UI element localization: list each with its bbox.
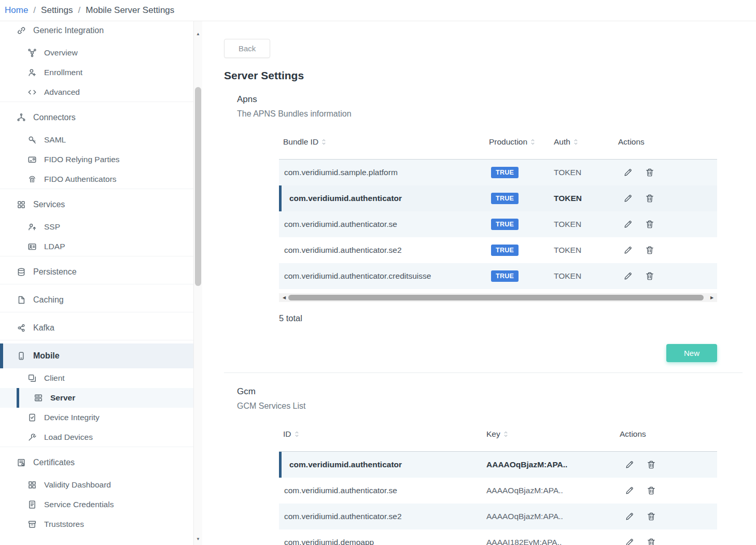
sidebar-item-connectors[interactable]: Connectors (0, 105, 193, 130)
delete-icon[interactable] (645, 194, 654, 203)
auth-cell: TOKEN (550, 220, 613, 229)
apns-table-row[interactable]: com.veridiumid.authenticator TRUE TOKEN (279, 185, 717, 211)
actions-cell (614, 538, 717, 545)
edit-icon[interactable] (623, 271, 633, 281)
column-header-production[interactable]: Production (485, 137, 550, 147)
key-icon (27, 135, 37, 145)
auth-cell: TOKEN (550, 271, 613, 281)
sidebar-item-kafka[interactable]: Kafka (0, 315, 193, 340)
scroll-up-icon[interactable]: ▲ (194, 30, 202, 38)
sidebar-item-label: FIDO Relying Parties (44, 155, 120, 164)
column-header-key[interactable]: Key (482, 429, 614, 439)
edit-icon[interactable] (625, 460, 634, 469)
breadcrumb-home-link[interactable]: Home (5, 5, 28, 16)
apns-horizontal-scrollbar-thumb[interactable] (288, 295, 704, 300)
document-icon (16, 295, 26, 305)
sidebar-item-generic-integration[interactable]: Generic Integration (0, 21, 193, 43)
edit-icon[interactable] (625, 486, 634, 495)
edit-icon[interactable] (623, 246, 633, 255)
sidebar-item-fido-relying-parties[interactable]: FIDO Relying Parties (0, 150, 193, 169)
column-header-id[interactable]: ID (279, 429, 482, 439)
sidebar-item-label: Service Credentials (44, 500, 114, 509)
sidebar-item-label: LDAP (44, 242, 65, 251)
edit-icon[interactable] (623, 194, 633, 203)
column-header-bundle-id[interactable]: Bundle ID (279, 137, 485, 147)
breadcrumb-current-page: Mobile Server Settings (86, 5, 174, 16)
auth-cell: TOKEN (550, 246, 613, 255)
delete-icon[interactable] (645, 246, 654, 255)
edit-icon[interactable] (623, 220, 633, 229)
sidebar-item-label: SSP (44, 222, 60, 232)
breadcrumb: Home / Settings / Mobile Server Settings (0, 0, 756, 21)
delete-icon[interactable] (647, 512, 656, 521)
sidebar-item-truststores[interactable]: Truststores (0, 514, 193, 534)
apns-table-row[interactable]: com.veridiumid.sample.platform TRUE TOKE… (279, 160, 717, 185)
layout: Generic Integration Overview Enrollment (0, 21, 756, 545)
wrench-icon (27, 432, 37, 442)
sidebar-item-load-devices[interactable]: Load Devices (0, 427, 193, 447)
sort-icon[interactable] (321, 138, 326, 146)
sort-icon[interactable] (530, 138, 535, 146)
apns-table-row[interactable]: com.veridiumid.authenticator.se2 TRUE TO… (279, 237, 717, 263)
delete-icon[interactable] (645, 220, 654, 229)
sidebar-item-ssp[interactable]: SSP (0, 217, 193, 237)
delete-icon[interactable] (645, 168, 654, 177)
connectors-icon (16, 112, 26, 123)
sidebar-item-certificates[interactable]: Certificates (0, 450, 193, 475)
sidebar-item-caching[interactable]: Caching (0, 288, 193, 312)
edit-icon[interactable] (625, 538, 634, 545)
sidebar-item-advanced[interactable]: Advanced (0, 82, 193, 102)
bundle-id-cell: com.veridiumid.sample.platform (279, 168, 485, 177)
sidebar-item-enrollment[interactable]: Enrollment (0, 63, 193, 82)
gcm-table-row[interactable]: com.veridiumid.authenticator.se AAAAOqBj… (279, 478, 717, 504)
sidebar-item-label: FIDO Authenticators (44, 175, 117, 184)
sidebar-item-label: Client (44, 374, 65, 383)
sidebar-item-server[interactable]: Server (0, 388, 193, 408)
apns-table: Bundle ID Production Auth Actions (279, 126, 717, 302)
sidebar-item-label: Caching (33, 295, 64, 305)
delete-icon[interactable] (647, 486, 656, 495)
sort-icon[interactable] (503, 431, 508, 438)
sidebar-item-validity-dashboard[interactable]: Validity Dashboard (0, 475, 193, 495)
sidebar-item-overview[interactable]: Overview (0, 43, 193, 63)
breadcrumb-settings-link[interactable]: Settings (41, 5, 73, 16)
gcm-table-row[interactable]: com.veridiumid.authenticator.se2 AAAAOqB… (279, 504, 717, 529)
sidebar-scrollbar[interactable]: ▲ ▼ (193, 21, 202, 545)
gcm-key-cell: AAAAOqBjazM:APA.. (482, 460, 614, 469)
gcm-table-row[interactable]: com.veridiumid.authenticator AAAAOqBjazM… (279, 452, 717, 478)
sort-icon[interactable] (295, 431, 299, 438)
apns-horizontal-scrollbar[interactable]: ◀ ▶ (279, 293, 717, 302)
sidebar-item-ldap[interactable]: LDAP (0, 237, 193, 256)
bundle-id-cell: com.veridiumid.authenticator (279, 194, 485, 203)
delete-icon[interactable] (645, 271, 654, 281)
auth-cell: TOKEN (550, 194, 613, 203)
gcm-table-row[interactable]: com.veridiumid.demoapp AAAAI182EyM:APA.. (279, 529, 717, 545)
sidebar-item-persistence[interactable]: Persistence (0, 260, 193, 284)
gcm-table-header: ID Key Actions (279, 418, 717, 452)
edit-icon[interactable] (623, 168, 633, 177)
gcm-id-cell: com.veridiumid.authenticator.se (279, 486, 482, 495)
apns-table-row[interactable]: com.veridiumid.authenticator.creditsuiss… (279, 263, 717, 289)
scroll-left-icon[interactable]: ◀ (280, 293, 288, 302)
breadcrumb-separator: / (33, 5, 36, 16)
delete-icon[interactable] (647, 460, 656, 469)
sidebar-item-services[interactable]: Services (0, 192, 193, 217)
edit-icon[interactable] (625, 512, 634, 521)
sidebar-item-service-credentials[interactable]: Service Credentials (0, 495, 193, 514)
scroll-down-icon[interactable]: ▼ (194, 535, 202, 543)
sidebar-item-device-integrity[interactable]: Device Integrity (0, 408, 193, 427)
sidebar-item-saml[interactable]: SAML (0, 130, 193, 150)
apns-table-row[interactable]: com.veridiumid.authenticator.se TRUE TOK… (279, 211, 717, 237)
archive-icon (27, 519, 37, 529)
sidebar-scrollbar-thumb[interactable] (195, 87, 201, 286)
sidebar-item-mobile[interactable]: Mobile (0, 343, 193, 368)
new-button[interactable]: New (666, 344, 717, 362)
column-header-auth[interactable]: Auth (550, 137, 613, 147)
sidebar-item-fido-authenticators[interactable]: FIDO Authenticators (0, 169, 193, 189)
sidebar-item-client[interactable]: Client (0, 368, 193, 388)
back-button[interactable]: Back (224, 39, 270, 58)
sort-icon[interactable] (573, 138, 578, 146)
scroll-right-icon[interactable]: ▶ (708, 293, 716, 302)
delete-icon[interactable] (647, 538, 656, 545)
page-title: Server Settings (224, 69, 756, 82)
